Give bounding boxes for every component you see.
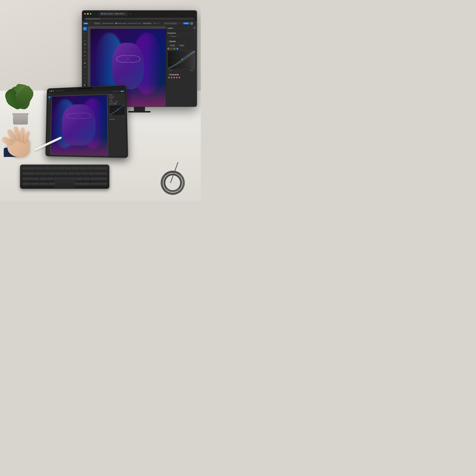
clone-tool[interactable]: ⊕ (83, 54, 87, 57)
shape-tool[interactable]: □ (83, 80, 87, 83)
key-f[interactable] (55, 172, 61, 176)
brush-tool-active[interactable]: 🖌 (83, 27, 87, 31)
browser-tab[interactable]: Ps Neon portrait - Adobe Photo... (99, 12, 128, 16)
ipad-tool-3[interactable]: □ (48, 102, 50, 104)
more-menu-icon[interactable]: ⋮ (194, 22, 195, 24)
key-w[interactable] (43, 167, 50, 171)
key-tab[interactable] (22, 167, 35, 171)
comments-expand-icon[interactable]: ∨ (168, 74, 169, 75)
undo-icon[interactable]: ↩ (179, 22, 180, 24)
gradient-tool[interactable]: ▦ (83, 61, 87, 65)
key-enter[interactable] (95, 172, 107, 176)
ipad-hamburger-icon[interactable]: ≡ (51, 94, 52, 95)
ipad-minimize-icon[interactable] (51, 91, 52, 92)
draw-button[interactable]: Draw (179, 44, 185, 47)
rgb-channel-dot[interactable] (168, 48, 170, 50)
pen-tool[interactable]: ✒ (83, 72, 87, 76)
layers-icon[interactable]: ≡ (193, 26, 196, 29)
curves-expand-icon[interactable]: ∨ (168, 41, 169, 43)
key-shift-left[interactable] (22, 178, 39, 181)
ipad-green-dot[interactable] (113, 103, 114, 104)
open-desktop-button[interactable]: Open in desktop app (163, 22, 178, 25)
output-label: Output (190, 70, 194, 71)
key-cmd-right[interactable] (90, 183, 98, 186)
ipad-active-tool[interactable] (48, 96, 50, 98)
green-channel-dot[interactable] (173, 48, 175, 50)
curves-layer-item[interactable]: ↗ Curves 1 (168, 35, 195, 38)
hamburger-icon[interactable]: ≡ (89, 22, 90, 24)
key-a[interactable] (35, 172, 41, 176)
ipad-url-bar[interactable]: photoshop.adobe.com (55, 90, 64, 91)
user-avatar[interactable]: 👤 (190, 22, 193, 25)
key-l[interactable] (88, 172, 94, 176)
key-ctrl[interactable] (22, 183, 31, 186)
close-button-icon[interactable] (84, 13, 86, 15)
key-j[interactable] (75, 172, 81, 176)
key-m[interactable] (83, 178, 90, 181)
key-h[interactable] (68, 172, 74, 176)
ipad-draw-btn[interactable]: Draw (115, 101, 118, 103)
crop-tool[interactable]: ⌧ (83, 43, 87, 46)
key-x[interactable] (47, 178, 53, 181)
key-e[interactable] (51, 167, 57, 171)
blue-channel-dot[interactable] (176, 48, 178, 50)
key-s[interactable] (42, 172, 48, 176)
history-icon[interactable]: ⊙ (193, 34, 196, 37)
ipad-blue-dot[interactable] (115, 103, 116, 104)
ipad-curves-graph[interactable] (109, 105, 125, 116)
ipad-close-icon[interactable] (49, 91, 51, 92)
dodge-tool[interactable]: ○ (83, 69, 87, 72)
minimize-button-icon[interactable] (87, 13, 89, 15)
comments-title: Comments (170, 74, 179, 76)
key-opt-right[interactable] (99, 183, 107, 186)
key-r[interactable] (58, 167, 64, 171)
info-icon[interactable]: ℹ (193, 37, 196, 41)
ipad-rgb-dot[interactable] (109, 103, 110, 105)
select-tool[interactable]: ⬚ (83, 35, 87, 39)
url-text[interactable]: photoshop.adobe.com (84, 18, 195, 20)
heal-tool[interactable]: ✚ (83, 50, 87, 53)
key-n[interactable] (76, 178, 83, 181)
key-caps[interactable] (22, 172, 34, 176)
key-p[interactable] (101, 167, 107, 171)
ipad-red-dot[interactable] (111, 103, 112, 105)
eyedropper-tool[interactable]: ✒ (83, 47, 87, 50)
key-t[interactable] (65, 167, 71, 171)
key-cmd[interactable] (40, 183, 48, 186)
key-k[interactable] (82, 172, 88, 176)
red-channel-dot[interactable] (170, 48, 172, 50)
share-button[interactable]: Share (183, 22, 189, 24)
curves-graph[interactable] (168, 51, 195, 69)
trackpad[interactable] (54, 178, 75, 187)
brush-size-control[interactable]: 376 px ▾ (94, 22, 101, 25)
key-d[interactable] (48, 172, 54, 176)
key-y[interactable] (72, 167, 79, 171)
key-u[interactable] (79, 167, 86, 171)
key-shift-right[interactable] (90, 178, 107, 181)
key-q[interactable] (36, 167, 43, 171)
move-tool[interactable]: ↖ (83, 32, 87, 35)
key-g[interactable] (62, 172, 68, 176)
ipad-maximize-icon[interactable] (53, 91, 54, 92)
type-tool[interactable]: T (83, 76, 87, 80)
points-button[interactable]: Points (169, 44, 175, 47)
ipad-curves-item[interactable]: ↗ Curve 1 (109, 97, 124, 99)
redo-icon[interactable]: ↪ (181, 22, 182, 24)
more-options-icon[interactable]: ••• (158, 23, 159, 24)
key-opt[interactable] (31, 183, 39, 186)
forward-icon[interactable]: › (96, 13, 96, 15)
adjustments-icon[interactable]: ◈ (193, 30, 196, 33)
blur-tool[interactable]: ◎ (83, 65, 87, 68)
ipad-tool-2[interactable]: T (48, 101, 50, 102)
maximize-button-icon[interactable] (90, 13, 91, 15)
eraser-tool[interactable]: ◻ (83, 58, 87, 61)
add-tab-button[interactable]: + (129, 12, 132, 16)
key-o[interactable] (93, 167, 100, 171)
lasso-tool[interactable]: ⊙ (83, 39, 87, 42)
key-i[interactable] (86, 167, 93, 171)
key-z[interactable] (40, 178, 46, 181)
ipad-share-button[interactable]: Save (120, 91, 124, 92)
back-icon[interactable]: ‹ (94, 13, 95, 15)
ipad-points-btn[interactable]: Points (110, 101, 113, 103)
ipad-tool-1[interactable]: ↖ (48, 99, 50, 101)
